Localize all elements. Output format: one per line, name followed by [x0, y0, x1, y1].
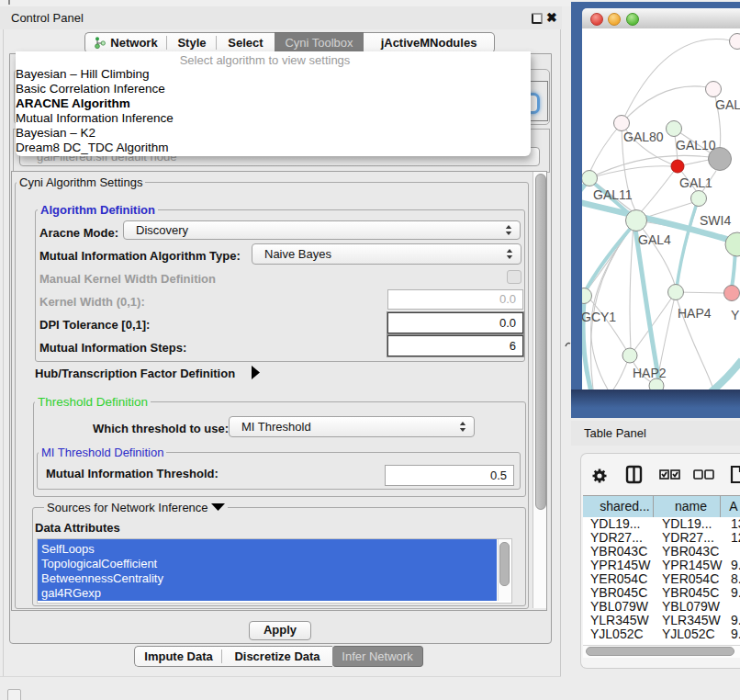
svg-text:GAL: GAL — [715, 97, 740, 112]
svg-text:GAL80: GAL80 — [623, 130, 664, 144]
svg-text:GAL11: GAL11 — [593, 187, 633, 202]
svg-text:SWI4: SWI4 — [700, 213, 731, 228]
svg-text:GAL4: GAL4 — [638, 232, 671, 247]
svg-text:GAL1: GAL1 — [679, 175, 712, 190]
svg-text:GAL10: GAL10 — [676, 138, 716, 152]
svg-text:HAP4: HAP4 — [678, 306, 712, 321]
svg-text:GCY1: GCY1 — [582, 310, 616, 324]
svg-text:HAP2: HAP2 — [633, 366, 667, 380]
svg-text:Y: Y — [731, 308, 740, 322]
